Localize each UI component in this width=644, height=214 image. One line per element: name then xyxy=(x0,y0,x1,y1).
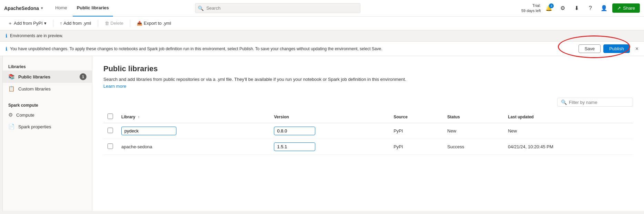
public-libraries-icon: 📚 xyxy=(8,74,15,80)
main-content: Public libraries Search and add librarie… xyxy=(92,56,644,211)
notifications-button[interactable]: 🔔 3 xyxy=(543,3,554,14)
download-icon: ⬇ xyxy=(574,5,579,11)
row2-version-input[interactable] xyxy=(274,142,315,151)
toolbar-divider-2 xyxy=(98,20,98,27)
share-button[interactable]: ↗ Share xyxy=(612,3,640,13)
user-button[interactable]: 👤 xyxy=(599,3,610,14)
search-bar: 🔍 xyxy=(195,3,360,13)
public-libraries-badge: 1 xyxy=(80,73,86,80)
info-icon-1: ℹ xyxy=(6,33,7,39)
table-col-source: Source xyxy=(389,111,443,123)
left-strip xyxy=(0,56,3,211)
row2-checkbox[interactable] xyxy=(108,143,113,149)
table-col-version: Version xyxy=(270,111,389,123)
publish-button[interactable]: Publish xyxy=(603,44,630,53)
filter-input-container: 🔍 xyxy=(557,98,633,107)
sidebar-item-compute[interactable]: ⚙ Compute xyxy=(3,109,92,121)
sidebar-item-custom-libraries[interactable]: 📋 Custom libraries xyxy=(3,83,92,95)
row1-checkbox-cell xyxy=(103,123,117,139)
row2-source: PyPI xyxy=(389,139,443,155)
add-from-yml-button[interactable]: ↑ Add from .yml xyxy=(56,19,95,28)
sidebar-custom-libraries-label: Custom libraries xyxy=(18,86,51,92)
trial-info: Trial: 59 days left xyxy=(521,3,541,13)
sidebar-item-public-libraries[interactable]: 📚 Public libraries 1 xyxy=(3,71,92,83)
learn-more-link[interactable]: Learn more xyxy=(103,84,126,89)
sidebar-spark-properties-label: Spark properties xyxy=(18,124,51,129)
share-icon: ↗ xyxy=(617,6,621,11)
tab-public-libraries[interactable]: Public libraries xyxy=(73,0,113,17)
info-icon-2: ℹ xyxy=(6,46,7,52)
page-title: Public libraries xyxy=(103,64,633,73)
row2-version xyxy=(270,139,389,155)
filter-search-icon: 🔍 xyxy=(561,99,567,105)
app-chevron: ▾ xyxy=(41,6,43,10)
row1-library-input[interactable] xyxy=(121,127,176,135)
row1-version-input[interactable] xyxy=(274,127,315,135)
filter-bar: 🔍 xyxy=(103,98,633,107)
table-header-checkbox xyxy=(103,111,117,123)
sidebar: Libraries 📚 Public libraries 1 📋 Custom … xyxy=(3,56,92,211)
notification-badge: 3 xyxy=(549,3,554,8)
search-icon: 🔍 xyxy=(198,6,204,11)
row1-version xyxy=(270,123,389,139)
top-nav: ApacheSedona ▾ Home Public libraries 🔍 T… xyxy=(0,0,644,17)
custom-libraries-icon: 📋 xyxy=(8,86,15,92)
sidebar-item-spark-properties[interactable]: 📄 Spark properties xyxy=(3,121,92,132)
row1-checkbox[interactable] xyxy=(108,128,113,133)
delete-button[interactable]: 🗑 Delete xyxy=(101,19,127,28)
settings-button[interactable]: ⚙ xyxy=(557,3,568,14)
row2-status: Success xyxy=(443,139,504,155)
export-to-yml-button[interactable]: 📤 Export to .yml xyxy=(133,19,175,28)
compute-icon: ⚙ xyxy=(8,112,13,118)
unpublished-banner: ℹ You have unpublished changes. To apply… xyxy=(0,42,644,56)
add-from-pypi-button[interactable]: ＋ Add from PyPI ▾ xyxy=(4,19,50,28)
table-col-last-updated: Last updated xyxy=(504,111,633,123)
table-row: PyPI New New xyxy=(103,123,633,139)
save-button[interactable]: Save xyxy=(579,44,601,53)
toolbar-divider-3 xyxy=(130,20,130,27)
search-input[interactable] xyxy=(195,3,360,13)
upload-icon: ↑ xyxy=(60,21,62,26)
row1-status: New xyxy=(443,123,504,139)
download-button[interactable]: ⬇ xyxy=(571,3,582,14)
unpublished-banner-text: You have unpublished changes. To apply t… xyxy=(10,46,382,51)
nav-tabs: Home Public libraries xyxy=(51,0,113,17)
top-right-nav: Trial: 59 days left 🔔 3 ⚙ ⬇ ? 👤 ↗ Share xyxy=(521,3,640,14)
plus-icon: ＋ xyxy=(8,20,12,26)
table-col-status: Status xyxy=(443,111,504,123)
toolbar-divider-1 xyxy=(53,20,53,27)
filter-by-name-input[interactable] xyxy=(569,100,629,105)
help-button[interactable]: ? xyxy=(585,3,596,14)
toolbar: ＋ Add from PyPI ▾ ↑ Add from .yml 🗑 Dele… xyxy=(0,17,644,30)
spark-properties-icon: 📄 xyxy=(8,124,15,130)
main-layout: Libraries 📚 Public libraries 1 📋 Custom … xyxy=(0,56,644,211)
export-icon: 📤 xyxy=(137,21,142,26)
sidebar-compute-label: Compute xyxy=(16,113,34,118)
preview-banner-text: Environments are in preview. xyxy=(10,33,63,38)
app-title[interactable]: ApacheSedona ▾ xyxy=(4,6,43,11)
row1-source: PyPI xyxy=(389,123,443,139)
delete-icon: 🗑 xyxy=(105,21,109,26)
app-name: ApacheSedona xyxy=(4,6,39,11)
row2-last-updated: 04/21/24, 10:20:45 PM xyxy=(504,139,633,155)
tab-home[interactable]: Home xyxy=(51,0,71,17)
settings-icon: ⚙ xyxy=(560,5,565,11)
spark-compute-section-title: Spark compute xyxy=(3,100,92,109)
close-banner-button[interactable]: × xyxy=(635,46,638,52)
select-all-checkbox[interactable] xyxy=(108,114,113,119)
add-dropdown-icon: ▾ xyxy=(44,21,47,26)
page-description: Search and add libraries from public rep… xyxy=(103,76,413,89)
table-col-library: Library ↑ xyxy=(117,111,270,123)
libraries-section-title: Libraries xyxy=(3,62,92,71)
sort-icon: ↑ xyxy=(138,115,140,119)
banner-actions: Save Publish xyxy=(579,44,630,53)
row1-last-updated: New xyxy=(504,123,633,139)
row1-library xyxy=(117,123,270,139)
libraries-table: Library ↑ Version Source Status Last upd… xyxy=(103,111,633,155)
table-row: apache-sedona PyPI Success 04/21/24, 10:… xyxy=(103,139,633,155)
help-icon: ? xyxy=(589,5,592,11)
preview-banner: ℹ Environments are in preview. xyxy=(0,30,644,42)
row2-library: apache-sedona xyxy=(117,139,270,155)
user-icon: 👤 xyxy=(601,5,607,11)
row2-checkbox-cell xyxy=(103,139,117,155)
